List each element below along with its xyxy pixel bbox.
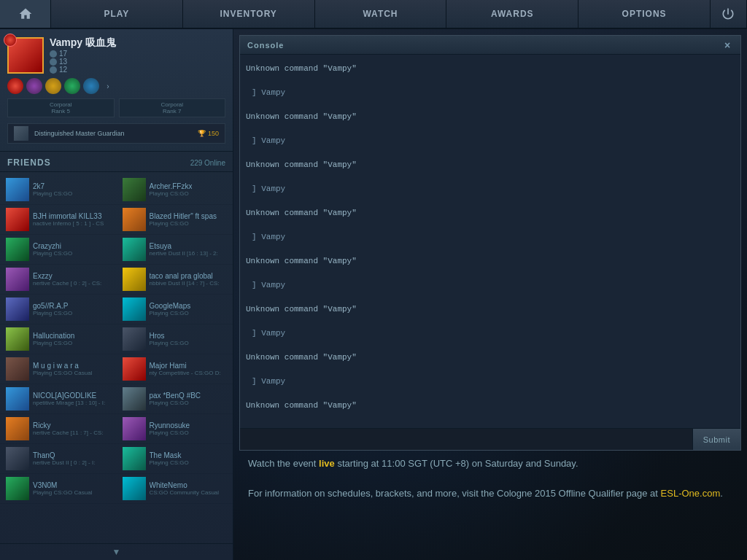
profile-area: Vampy 吸血鬼 17 13 12 › Corporal	[0, 29, 233, 152]
friend-name: NICOL[A]GODLIKE	[33, 392, 105, 400]
friend-item[interactable]: taco anal pra global nbbive Dust II [14 …	[117, 265, 233, 295]
main-layout: Vampy 吸血鬼 17 13 12 › Corporal	[0, 29, 747, 560]
rank-left-label: Corporal	[12, 101, 109, 108]
friend-avatar	[123, 327, 146, 351]
friend-status: nty Competitive - CS:GO D:	[150, 370, 221, 376]
nav-power[interactable]	[711, 0, 747, 28]
friend-item[interactable]: 2k7 Playing CS:GO	[0, 175, 117, 205]
friend-info: taco anal pra global nbbive Dust II [14 …	[150, 272, 220, 287]
friend-item[interactable]: Crazyzhi Playing CS:GO	[0, 235, 117, 265]
friend-status: npetitive Mirage [13 : 10] - I:	[33, 400, 105, 406]
console-close-button[interactable]: ×	[721, 39, 733, 51]
nav-inventory[interactable]: INVENTORY	[183, 0, 315, 28]
friend-item[interactable]: Etsuya nertive Dust II [16 : 13] - 2:	[117, 235, 233, 265]
friend-item[interactable]: The Mask Playing CS:GO	[117, 444, 233, 474]
console-line: Unknown command "Vampy"	[246, 111, 735, 123]
friends-grid: 2k7 Playing CS:GO Archer.FFzkx Playing C…	[0, 175, 233, 504]
friend-status: nertive Dust II [ 0 : 2] - I:	[33, 459, 95, 466]
friend-avatar	[123, 447, 146, 470]
console-modal: Console × Unknown command "Vampy"] Vampy…	[239, 35, 741, 451]
friend-item[interactable]: Hros Playing CS:GO	[117, 324, 233, 354]
stat-icon-1	[50, 50, 57, 58]
friend-item[interactable]: NICOL[A]GODLIKE npetitive Mirage [13 : 1…	[0, 384, 117, 414]
medal-3[interactable]	[45, 78, 61, 94]
friend-item[interactable]: Ricky nertive Cache [11 : 7] - CS:	[0, 414, 117, 444]
friend-item[interactable]: Exzzy nertive Cache [ 0 : 2] - CS:	[0, 265, 117, 295]
nav-play[interactable]: PLAY	[51, 0, 183, 28]
profile-info: Vampy 吸血鬼 17 13 12	[50, 36, 225, 74]
friend-avatar	[6, 447, 29, 470]
console-line: Unknown command "Vampy"	[246, 351, 735, 364]
friend-info: Crazyzhi Playing CS:GO	[33, 242, 72, 257]
esl-link[interactable]: ESL-One.com	[661, 488, 721, 499]
console-submit-button[interactable]: Submit	[692, 429, 740, 450]
console-titlebar: Console ×	[240, 36, 740, 55]
console-output: Unknown command "Vampy"] VampyUnknown co…	[240, 55, 740, 428]
medals-row: ›	[7, 78, 225, 94]
medal-5[interactable]	[83, 78, 99, 94]
sidebar: Vampy 吸血鬼 17 13 12 › Corporal	[0, 29, 233, 560]
nav-options[interactable]: OPTIONS	[578, 0, 711, 28]
friend-status: nbbive Dust II [14 : 7] - CS:	[150, 280, 220, 287]
friend-avatar-img	[123, 387, 146, 411]
friend-avatar	[123, 387, 146, 411]
friend-info: Exzzy nertive Cache [ 0 : 2] - CS:	[33, 272, 101, 287]
medal-1[interactable]	[7, 78, 23, 94]
friend-info: GoogleMaps Playing CS:GO	[150, 302, 191, 316]
friend-item[interactable]: Ryunnosuke Playing CS:GO	[117, 414, 233, 444]
stat-icon-3	[50, 66, 57, 74]
friend-name: V3N0M	[33, 481, 92, 489]
friend-avatar-img	[6, 238, 29, 261]
friend-avatar	[123, 357, 146, 381]
friend-name: The Mask	[150, 451, 189, 459]
friend-item[interactable]: Major Hami nty Competitive - CS:GO D:	[117, 354, 233, 384]
friend-item[interactable]: go5//R.A.P Playing CS:GO	[0, 295, 117, 324]
friend-item[interactable]: Archer.FFzkx Playing CS:GO	[117, 175, 233, 205]
sidebar-scroll-down[interactable]: ▼	[0, 543, 233, 560]
console-line: Unknown command "Vampy"	[246, 303, 735, 316]
nav-awards[interactable]: AWARDS	[446, 0, 578, 28]
friend-avatar	[123, 268, 146, 291]
friend-item[interactable]: V3N0M Playing CS:GO Casual	[0, 474, 117, 504]
friend-avatar-img	[123, 298, 146, 321]
friend-item[interactable]: pax *BenQ #BC Playing CS:GO	[117, 384, 233, 414]
friend-info: The Mask Playing CS:GO	[150, 451, 189, 466]
medal-4[interactable]	[64, 78, 80, 94]
friend-status: Playing CS:GO	[150, 400, 201, 406]
friend-status: Playing CS:GO Casual	[33, 489, 92, 496]
medals-arrow[interactable]: ›	[102, 80, 114, 92]
friend-item[interactable]: WhiteNemo CS:GO Community Casual	[117, 474, 233, 504]
friend-avatar-img	[6, 417, 29, 440]
console-line: ] Vampy	[246, 183, 735, 195]
friend-status: Playing CS:GO	[33, 190, 72, 197]
friend-name: go5//R.A.P	[33, 302, 72, 310]
friend-item[interactable]: BJH immortal KILL33 nactive Inferno [ 5 …	[0, 205, 117, 235]
nav-watch[interactable]: WATCH	[315, 0, 447, 28]
friend-status: nertive Cache [11 : 7] - CS:	[33, 429, 104, 436]
console-line: Unknown command "Vampy"	[246, 400, 735, 412]
friend-avatar-img	[6, 357, 29, 381]
console-title: Console	[247, 41, 284, 50]
friend-item[interactable]: GoogleMaps Playing CS:GO	[117, 295, 233, 324]
main-content: Console × Unknown command "Vampy"] Vampy…	[233, 29, 747, 560]
console-line: ] Vampy	[246, 231, 735, 244]
friend-status: Playing CS:GO	[33, 250, 72, 257]
medal-2[interactable]	[26, 78, 42, 94]
friend-status: Playing CS:GO	[150, 220, 217, 227]
friend-item[interactable]: Hallucination Playing CS:GO	[0, 324, 117, 354]
friend-item[interactable]: M u g i w a r a Playing CS:GO Casual	[0, 354, 117, 384]
stat-icon-2	[50, 58, 57, 66]
friend-name: Major Hami	[150, 362, 221, 370]
friend-item[interactable]: ThanQ nertive Dust II [ 0 : 2] - I:	[0, 444, 117, 474]
nav-home[interactable]	[0, 0, 51, 28]
friend-item[interactable]: Blazed Hitler" ft spas Playing CS:GO	[117, 205, 233, 235]
friend-avatar	[123, 477, 146, 500]
friend-avatar	[6, 327, 29, 351]
console-line: ] Vampy	[246, 279, 735, 292]
friend-avatar	[123, 238, 146, 261]
rank-left-sub: Rank 5	[12, 108, 109, 114]
console-input[interactable]	[240, 429, 692, 450]
friend-info: 2k7 Playing CS:GO	[33, 182, 72, 197]
friend-avatar-img	[123, 417, 146, 440]
friend-info: Major Hami nty Competitive - CS:GO D:	[150, 362, 221, 376]
